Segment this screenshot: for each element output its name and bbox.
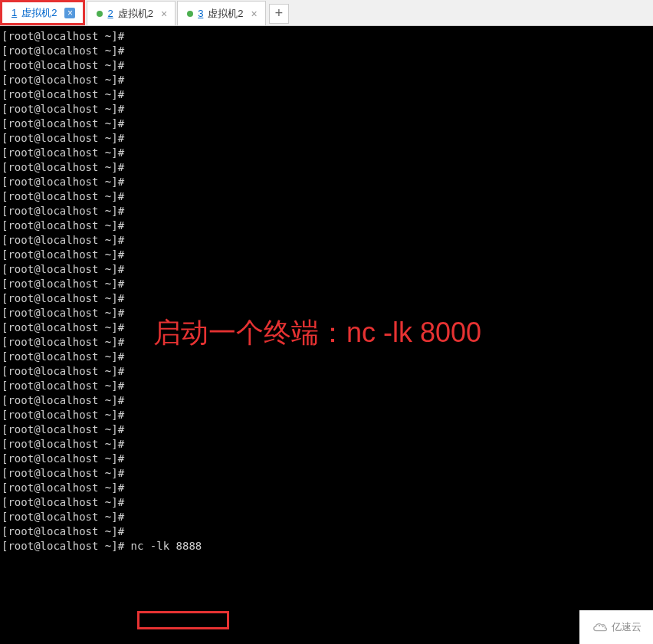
terminal-line: [root@localhost ~]# (2, 117, 651, 131)
svg-point-0 (602, 626, 603, 627)
terminal-line: [root@localhost ~]# (2, 452, 651, 466)
tab-vm-2[interactable]: 2 虚拟机2 × (87, 1, 176, 25)
terminal-line: [root@localhost ~]# (2, 175, 651, 189)
terminal-line: [root@localhost ~]# (2, 291, 651, 306)
terminal-line: [root@localhost ~]# (2, 146, 651, 160)
terminal-line: [root@localhost ~]# (2, 510, 651, 524)
tab-number: 3 (198, 8, 203, 19)
plus-icon: + (274, 6, 283, 21)
terminal-command-line: [root@localhost ~]# nc -lk 8888 (2, 539, 651, 554)
terminal-line: [root@localhost ~]# (2, 481, 651, 495)
terminal-line: [root@localhost ~]# (2, 320, 651, 335)
terminal-line: [root@localhost ~]# (2, 160, 651, 175)
terminal-line: [root@localhost ~]# (2, 393, 651, 408)
status-dot-icon (97, 11, 103, 17)
terminal-line: [root@localhost ~]# (2, 248, 651, 262)
terminal-line: [root@localhost ~]# (2, 524, 651, 539)
tab-vm-3[interactable]: 3 虚拟机2 × (177, 1, 266, 25)
terminal-line: [root@localhost ~]# (2, 408, 651, 422)
tab-number: 2 (107, 8, 113, 19)
terminal-line: [root@localhost ~]# (2, 335, 651, 350)
terminal-line: [root@localhost ~]# (2, 422, 651, 437)
terminal-line: [root@localhost ~]# (2, 466, 651, 481)
watermark-text: 亿速云 (612, 620, 642, 634)
terminal-line: [root@localhost ~]# (2, 233, 651, 248)
cloud-icon (592, 620, 609, 634)
terminal-line: [root@localhost ~]# (2, 262, 651, 277)
terminal-pane[interactable]: [root@localhost ~]#[root@localhost ~]#[r… (0, 26, 653, 644)
tab-label: 虚拟机2 (21, 6, 57, 20)
terminal-line: [root@localhost ~]# (2, 437, 651, 452)
terminal-line: [root@localhost ~]# (2, 73, 651, 87)
status-dot-icon (187, 11, 193, 17)
close-icon[interactable]: × (251, 8, 258, 19)
close-icon[interactable]: × (161, 8, 167, 19)
tab-bar: 1 虚拟机2 × 2 虚拟机2 × 3 虚拟机2 × + (0, 0, 653, 26)
terminal-line: [root@localhost ~]# (2, 29, 651, 44)
terminal-line: [root@localhost ~]# (2, 364, 651, 379)
terminal-line: [root@localhost ~]# (2, 102, 651, 117)
tab-label: 虚拟机2 (208, 7, 243, 21)
terminal-line: [root@localhost ~]# (2, 44, 651, 58)
terminal-line: [root@localhost ~]# (2, 350, 651, 364)
terminal-line: [root@localhost ~]# (2, 87, 651, 102)
add-tab-button[interactable]: + (269, 4, 289, 24)
tab-number: 1 (11, 7, 17, 18)
terminal-line: [root@localhost ~]# (2, 189, 651, 204)
close-icon[interactable]: × (64, 8, 75, 18)
terminal-line: [root@localhost ~]# (2, 58, 651, 73)
watermark: 亿速云 (579, 610, 653, 644)
terminal-line: [root@localhost ~]# (2, 219, 651, 233)
tab-label: 虚拟机2 (118, 7, 153, 21)
terminal-line: [root@localhost ~]# (2, 306, 651, 320)
tab-vm-1[interactable]: 1 虚拟机2 × (0, 0, 85, 25)
terminal-line: [root@localhost ~]# (2, 277, 651, 291)
svg-point-1 (598, 625, 599, 626)
terminal-line: [root@localhost ~]# (2, 495, 651, 510)
terminal-line: [root@localhost ~]# (2, 379, 651, 393)
terminal-line: [root@localhost ~]# (2, 131, 651, 146)
terminal-line: [root@localhost ~]# (2, 204, 651, 219)
